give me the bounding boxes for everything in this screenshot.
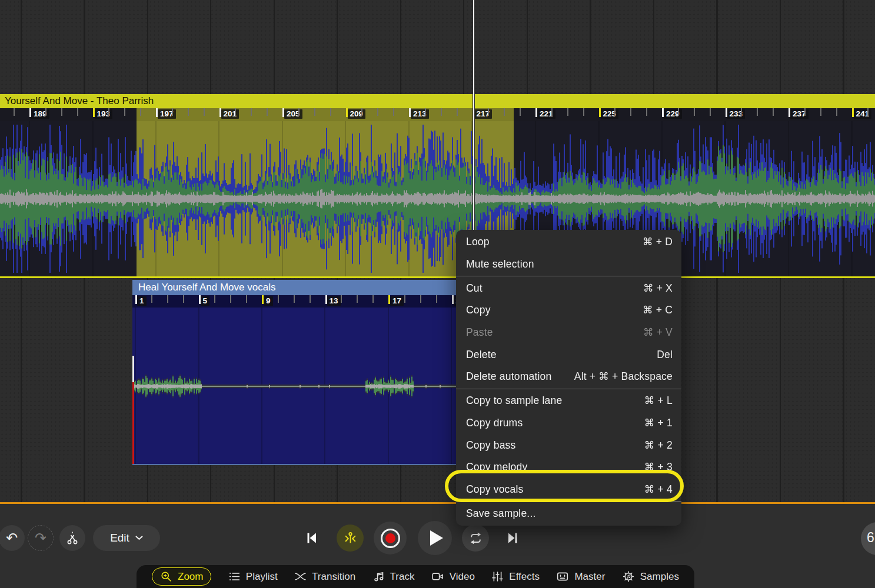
- partial-button-glyph: 6: [867, 530, 874, 546]
- tab-master[interactable]: Master: [556, 570, 605, 583]
- track1-bar-number: 205: [284, 109, 302, 119]
- snap-to-playhead-icon: [343, 531, 358, 546]
- tab-transition[interactable]: Transition: [294, 570, 355, 583]
- undo-button[interactable]: ↶: [0, 525, 25, 551]
- chevron-down-icon: [135, 536, 143, 540]
- menu-item-label: Copy to sample lane: [466, 395, 562, 407]
- track1-ruler-tick: [488, 108, 489, 116]
- play-button[interactable]: [418, 521, 452, 555]
- master-icon: [556, 570, 569, 583]
- menu-item-paste[interactable]: Paste⌘ + V: [456, 322, 681, 344]
- track2-record-marker: [132, 382, 134, 464]
- menu-item-loop[interactable]: Loop⌘ + D: [456, 231, 681, 253]
- menu-item-shortcut: ⌘ + C: [643, 304, 673, 316]
- tab-effects[interactable]: Effects: [491, 570, 540, 583]
- track1-bar-number: 201: [221, 109, 239, 119]
- skip-to-start-button[interactable]: [302, 530, 320, 546]
- menu-item-shortcut: ⌘ + D: [643, 236, 673, 248]
- tab-label: Playlist: [246, 571, 278, 583]
- track2-ruler-tick: [420, 295, 421, 303]
- track1-ruler-tick: [567, 108, 568, 116]
- tab-zoom[interactable]: Zoom: [152, 567, 211, 586]
- menu-item-label: Copy vocals: [466, 483, 524, 496]
- menu-item-delete-automation[interactable]: Delete automationAlt + ⌘ + Backspace: [456, 366, 681, 388]
- track2-ruler-tick: [230, 295, 231, 303]
- track1-ruler-tick: [425, 108, 426, 116]
- track2-ruler-tick: [341, 295, 342, 303]
- menu-item-delete[interactable]: DeleteDel: [456, 343, 681, 366]
- track1-bar-number: 189: [31, 109, 49, 119]
- menu-item-copy-drums[interactable]: Copy drums⌘ + 1: [456, 412, 681, 435]
- menu-divider: [456, 389, 681, 389]
- track1-bar-number: 221: [537, 109, 555, 119]
- track2-ruler-tick: [151, 295, 152, 303]
- menu-item-label: Mute selection: [466, 258, 534, 270]
- track1-bar-number: 225: [601, 109, 619, 119]
- split-button[interactable]: [59, 525, 85, 551]
- track1-ruler-tick: [694, 108, 695, 116]
- playhead[interactable]: [473, 0, 475, 230]
- tab-track[interactable]: Track: [372, 570, 415, 583]
- track1-ruler-tick: [77, 108, 78, 116]
- menu-item-label: Copy: [466, 304, 491, 316]
- track1-ruler-tick: [614, 108, 616, 116]
- menu-item-save-sample[interactable]: Save sample...: [456, 502, 681, 524]
- tab-samples[interactable]: Samples: [622, 570, 679, 583]
- track1-ruler-tick: [820, 108, 821, 116]
- skip-to-end-button[interactable]: [504, 530, 522, 546]
- menu-item-mute-selection[interactable]: Mute selection: [456, 253, 681, 276]
- menu-item-shortcut: ⌘ + X: [643, 282, 673, 295]
- track1-ruler-tick: [140, 108, 141, 116]
- menu-item-label: Save sample...: [466, 507, 536, 520]
- menu-item-cut[interactable]: Cut⌘ + X: [456, 277, 681, 299]
- edit-dropdown-button[interactable]: Edit: [93, 525, 160, 551]
- menu-item-copy[interactable]: Copy⌘ + C: [456, 299, 681, 322]
- loop-toggle-button[interactable]: [462, 524, 489, 552]
- track1-header[interactable]: Yourself And Move - Theo Parrish: [0, 94, 875, 108]
- menu-divider: [456, 501, 681, 502]
- play-icon: [430, 530, 443, 546]
- video-icon: [431, 570, 444, 583]
- track1-waveform[interactable]: [0, 121, 875, 276]
- tab-video[interactable]: Video: [431, 570, 475, 583]
- track1-ruler-tick: [741, 108, 742, 116]
- track1-ruler-tick: [14, 108, 15, 116]
- menu-item-copy-vocals[interactable]: Copy vocals⌘ + 4: [456, 479, 681, 501]
- track2-bar-number: 13: [327, 296, 341, 306]
- track2-ruler-tick: [183, 295, 184, 303]
- track1-ruler-tick: [251, 108, 252, 116]
- track1-ruler-tick: [204, 108, 205, 116]
- track1-ruler-tick: [441, 108, 442, 116]
- menu-item-copy-to-sample-lane[interactable]: Copy to sample lane⌘ + L: [456, 390, 681, 412]
- tab-label: Zoom: [178, 571, 203, 583]
- track1-ruler-tick: [314, 108, 315, 116]
- menu-item-copy-melody[interactable]: Copy melody⌘ + 3: [456, 456, 681, 479]
- skip-to-start-icon: [304, 531, 319, 545]
- follow-playhead-button[interactable]: [337, 524, 364, 552]
- track1-waveform-area[interactable]: [0, 121, 875, 276]
- menu-item-label: Paste: [466, 326, 493, 339]
- track1-bottom-border: [0, 276, 875, 278]
- right-edge-partial-button[interactable]: 6: [861, 522, 875, 555]
- record-button[interactable]: [374, 522, 407, 554]
- track1-ruler-tick: [504, 108, 505, 116]
- redo-button[interactable]: ↷: [28, 525, 54, 551]
- menu-item-shortcut: ⌘ + 1: [644, 417, 673, 429]
- track1-ruler-tick: [108, 108, 109, 116]
- menu-item-copy-bass[interactable]: Copy bass⌘ + 2: [456, 434, 681, 456]
- bottom-tab-bar: ZoomPlaylistTransitionTrackVideoEffectsM…: [137, 565, 694, 588]
- track1-ruler-tick: [124, 108, 125, 116]
- track1-bar-number: 237: [790, 109, 809, 119]
- daw-screen: Yourself And Move - Theo Parrish 1891931…: [0, 0, 875, 588]
- tab-label: Master: [574, 571, 605, 583]
- redo-icon: ↷: [35, 530, 46, 546]
- track1-bar-number: 229: [664, 109, 682, 119]
- menu-item-label: Delete: [466, 349, 497, 361]
- track2-clip-start-marker: [132, 356, 134, 382]
- zoom-icon: [160, 570, 172, 583]
- track2-ruler-tick: [404, 295, 405, 303]
- playlist-icon: [228, 570, 241, 583]
- tab-playlist[interactable]: Playlist: [228, 570, 278, 583]
- menu-item-shortcut: ⌘ + 2: [644, 439, 673, 452]
- track1-ruler[interactable]: 1891931972012052092132172212252292332372…: [0, 108, 875, 121]
